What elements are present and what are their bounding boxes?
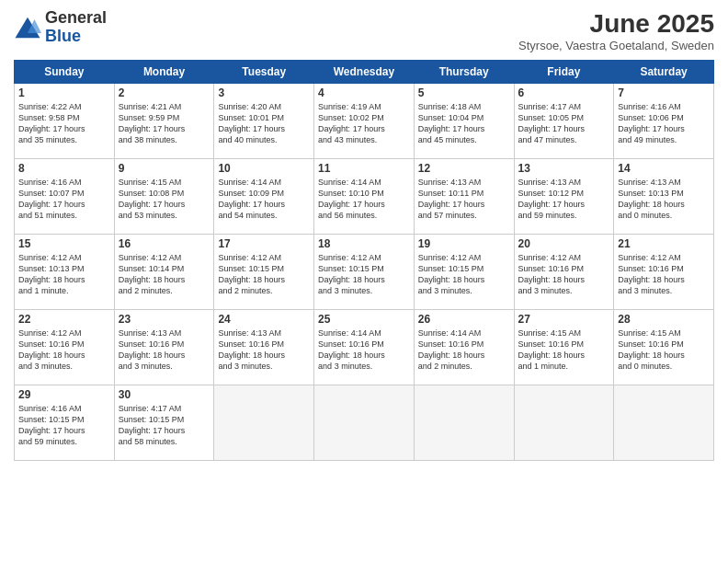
table-row: 5Sunrise: 4:18 AM Sunset: 10:04 PM Dayli…	[414, 84, 514, 159]
day-number: 15	[18, 237, 110, 250]
day-info: Sunrise: 4:17 AM Sunset: 10:15 PM Daylig…	[119, 403, 210, 448]
calendar-subtitle: Styrsoe, Vaestra Goetaland, Sweden	[518, 39, 714, 52]
day-info: Sunrise: 4:12 AM Sunset: 10:13 PM Daylig…	[18, 252, 110, 297]
table-row: 30Sunrise: 4:17 AM Sunset: 10:15 PM Dayl…	[114, 385, 214, 461]
day-info: Sunrise: 4:21 AM Sunset: 9:59 PM Dayligh…	[119, 101, 210, 146]
table-row	[614, 385, 714, 461]
day-number: 19	[418, 237, 510, 250]
table-row: 3Sunrise: 4:20 AM Sunset: 10:01 PM Dayli…	[214, 84, 314, 159]
table-row: 19Sunrise: 4:12 AM Sunset: 10:15 PM Dayl…	[414, 235, 514, 310]
table-row: 22Sunrise: 4:12 AM Sunset: 10:16 PM Dayl…	[15, 310, 115, 385]
table-row: 4Sunrise: 4:19 AM Sunset: 10:02 PM Dayli…	[314, 84, 415, 159]
table-row: 27Sunrise: 4:15 AM Sunset: 10:16 PM Dayl…	[514, 310, 614, 385]
header-saturday: Saturday	[614, 61, 714, 84]
day-number: 9	[119, 162, 210, 175]
day-number: 22	[18, 313, 110, 326]
week-row-3: 15Sunrise: 4:12 AM Sunset: 10:13 PM Dayl…	[15, 235, 714, 310]
table-row: 7Sunrise: 4:16 AM Sunset: 10:06 PM Dayli…	[614, 84, 714, 159]
day-number: 27	[518, 313, 610, 326]
table-row: 28Sunrise: 4:15 AM Sunset: 10:16 PM Dayl…	[614, 310, 714, 385]
table-row: 15Sunrise: 4:12 AM Sunset: 10:13 PM Dayl…	[15, 235, 115, 310]
day-number: 25	[318, 313, 410, 326]
day-info: Sunrise: 4:12 AM Sunset: 10:16 PM Daylig…	[518, 252, 610, 297]
header-thursday: Thursday	[414, 61, 514, 84]
day-number: 24	[218, 313, 310, 326]
logo-icon	[14, 14, 41, 41]
day-number: 1	[18, 86, 110, 99]
table-row	[314, 385, 415, 461]
day-info: Sunrise: 4:12 AM Sunset: 10:15 PM Daylig…	[318, 252, 410, 297]
day-number: 13	[518, 162, 610, 175]
day-info: Sunrise: 4:12 AM Sunset: 10:14 PM Daylig…	[119, 252, 210, 297]
day-info: Sunrise: 4:12 AM Sunset: 10:16 PM Daylig…	[18, 327, 110, 373]
day-info: Sunrise: 4:20 AM Sunset: 10:01 PM Daylig…	[218, 101, 310, 146]
table-row: 20Sunrise: 4:12 AM Sunset: 10:16 PM Dayl…	[514, 235, 614, 310]
week-row-5: 29Sunrise: 4:16 AM Sunset: 10:15 PM Dayl…	[15, 385, 714, 461]
day-info: Sunrise: 4:16 AM Sunset: 10:06 PM Daylig…	[618, 101, 710, 146]
table-row: 25Sunrise: 4:14 AM Sunset: 10:16 PM Dayl…	[314, 310, 415, 385]
day-number: 28	[618, 313, 710, 326]
day-number: 16	[119, 237, 210, 250]
day-info: Sunrise: 4:13 AM Sunset: 10:13 PM Daylig…	[618, 177, 710, 222]
header-tuesday: Tuesday	[214, 61, 314, 84]
day-number: 12	[418, 162, 510, 175]
day-number: 8	[18, 162, 110, 175]
logo: General Blue	[14, 9, 107, 46]
day-info: Sunrise: 4:17 AM Sunset: 10:05 PM Daylig…	[518, 101, 610, 146]
day-info: Sunrise: 4:14 AM Sunset: 10:10 PM Daylig…	[318, 177, 410, 222]
table-row: 12Sunrise: 4:13 AM Sunset: 10:11 PM Dayl…	[414, 159, 514, 235]
calendar-page: General Blue June 2025 Styrsoe, Vaestra …	[0, 0, 728, 563]
day-number: 11	[318, 162, 410, 175]
day-info: Sunrise: 4:19 AM Sunset: 10:02 PM Daylig…	[318, 101, 410, 146]
table-row: 1Sunrise: 4:22 AM Sunset: 9:58 PM Daylig…	[15, 84, 115, 159]
table-row: 18Sunrise: 4:12 AM Sunset: 10:15 PM Dayl…	[314, 235, 415, 310]
table-row: 21Sunrise: 4:12 AM Sunset: 10:16 PM Dayl…	[614, 235, 714, 310]
table-row: 26Sunrise: 4:14 AM Sunset: 10:16 PM Dayl…	[414, 310, 514, 385]
day-number: 4	[318, 86, 410, 99]
week-row-4: 22Sunrise: 4:12 AM Sunset: 10:16 PM Dayl…	[15, 310, 714, 385]
day-info: Sunrise: 4:22 AM Sunset: 9:58 PM Dayligh…	[18, 101, 110, 146]
table-row: 9Sunrise: 4:15 AM Sunset: 10:08 PM Dayli…	[114, 159, 214, 235]
table-row: 2Sunrise: 4:21 AM Sunset: 9:59 PM Daylig…	[114, 84, 214, 159]
day-info: Sunrise: 4:13 AM Sunset: 10:12 PM Daylig…	[518, 177, 610, 222]
day-number: 6	[518, 86, 610, 99]
day-info: Sunrise: 4:13 AM Sunset: 10:11 PM Daylig…	[418, 177, 510, 222]
day-number: 14	[618, 162, 710, 175]
table-row	[514, 385, 614, 461]
header-wednesday: Wednesday	[314, 61, 415, 84]
day-info: Sunrise: 4:15 AM Sunset: 10:08 PM Daylig…	[119, 177, 210, 222]
day-info: Sunrise: 4:15 AM Sunset: 10:16 PM Daylig…	[518, 327, 610, 373]
title-block: June 2025 Styrsoe, Vaestra Goetaland, Sw…	[518, 9, 714, 52]
day-number: 18	[318, 237, 410, 250]
table-row: 10Sunrise: 4:14 AM Sunset: 10:09 PM Dayl…	[214, 159, 314, 235]
logo-text: General Blue	[45, 9, 107, 46]
day-info: Sunrise: 4:16 AM Sunset: 10:15 PM Daylig…	[18, 403, 110, 448]
week-row-1: 1Sunrise: 4:22 AM Sunset: 9:58 PM Daylig…	[15, 84, 714, 159]
header: General Blue June 2025 Styrsoe, Vaestra …	[14, 9, 714, 52]
table-row: 16Sunrise: 4:12 AM Sunset: 10:14 PM Dayl…	[114, 235, 214, 310]
calendar-title: June 2025	[518, 9, 714, 39]
day-number: 10	[218, 162, 310, 175]
day-number: 17	[218, 237, 310, 250]
day-number: 20	[518, 237, 610, 250]
day-info: Sunrise: 4:12 AM Sunset: 10:15 PM Daylig…	[418, 252, 510, 297]
day-number: 30	[119, 388, 210, 401]
day-number: 7	[618, 86, 710, 99]
table-row: 11Sunrise: 4:14 AM Sunset: 10:10 PM Dayl…	[314, 159, 415, 235]
week-row-2: 8Sunrise: 4:16 AM Sunset: 10:07 PM Dayli…	[15, 159, 714, 235]
day-number: 26	[418, 313, 510, 326]
table-row: 13Sunrise: 4:13 AM Sunset: 10:12 PM Dayl…	[514, 159, 614, 235]
header-sunday: Sunday	[15, 61, 115, 84]
day-info: Sunrise: 4:13 AM Sunset: 10:16 PM Daylig…	[218, 327, 310, 373]
day-number: 2	[119, 86, 210, 99]
day-number: 5	[418, 86, 510, 99]
calendar-table: Sunday Monday Tuesday Wednesday Thursday…	[14, 60, 714, 461]
table-row: 23Sunrise: 4:13 AM Sunset: 10:16 PM Dayl…	[114, 310, 214, 385]
table-row	[214, 385, 314, 461]
table-row: 8Sunrise: 4:16 AM Sunset: 10:07 PM Dayli…	[15, 159, 115, 235]
table-row: 14Sunrise: 4:13 AM Sunset: 10:13 PM Dayl…	[614, 159, 714, 235]
day-number: 29	[18, 388, 110, 401]
day-info: Sunrise: 4:14 AM Sunset: 10:16 PM Daylig…	[418, 327, 510, 373]
day-info: Sunrise: 4:12 AM Sunset: 10:16 PM Daylig…	[618, 252, 710, 297]
day-number: 23	[119, 313, 210, 326]
